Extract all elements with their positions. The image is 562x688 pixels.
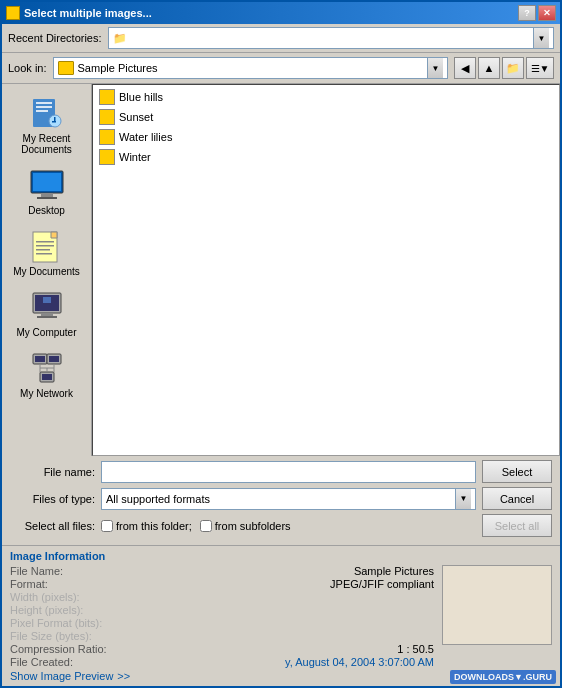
folder-icon-recent: 📁 (113, 32, 127, 45)
file-name-bluehills: Blue hills (119, 91, 163, 103)
select-all-button[interactable]: Select all (482, 514, 552, 537)
sidebar-computer-label: My Computer (16, 327, 76, 338)
svg-rect-25 (49, 356, 59, 362)
svg-rect-13 (36, 241, 54, 243)
from-folder-group: from this folder; (101, 520, 192, 532)
info-row-filename: File Name: Sample Pictures (10, 565, 434, 577)
filetype-dropdown[interactable]: All supported formats ▼ (101, 488, 476, 510)
file-item-sunset[interactable]: Sunset (95, 107, 557, 127)
info-val-compression: 1 : 50.5 (144, 643, 434, 655)
file-name-waterlilies: Water lilies (119, 131, 172, 143)
new-folder-button[interactable]: 📁 (502, 57, 524, 79)
up-button[interactable]: ▲ (478, 57, 500, 79)
info-key-compression: Compression Ratio: (10, 643, 140, 655)
nav-buttons: ◀ ▲ 📁 ☰▼ (454, 57, 554, 79)
info-key-height: Height (pixels): (10, 604, 140, 616)
recent-dirs-label: Recent Directories: (8, 32, 102, 44)
show-preview-arrow: >> (117, 670, 130, 682)
sidebar-item-recent[interactable]: My Recent Documents (6, 90, 88, 160)
recent-documents-icon (29, 95, 65, 131)
svg-rect-14 (36, 245, 54, 247)
svg-rect-16 (36, 253, 52, 255)
file-item-winter[interactable]: Winter (95, 147, 557, 167)
back-button[interactable]: ◀ (454, 57, 476, 79)
info-row-width: Width (pixels): (10, 591, 434, 603)
svg-marker-12 (51, 232, 57, 238)
look-in-dropdown[interactable]: Sample Pictures ▼ (53, 57, 448, 79)
filename-input[interactable] (101, 461, 476, 483)
file-icon-bluehills (99, 89, 115, 105)
from-folder-checkbox[interactable] (101, 520, 113, 532)
svg-rect-15 (36, 249, 50, 251)
svg-rect-8 (33, 173, 61, 191)
sidebar-documents-label: My Documents (13, 266, 80, 277)
close-button[interactable]: ✕ (538, 5, 556, 21)
info-key-filesize: File Size (bytes): (10, 630, 140, 642)
cancel-button[interactable]: Cancel (482, 487, 552, 510)
svg-rect-9 (41, 193, 53, 197)
filetype-arrow[interactable]: ▼ (455, 489, 471, 509)
recent-dirs-dropdown[interactable]: 📁 ▼ (108, 27, 554, 49)
file-icon-winter (99, 149, 115, 165)
filename-row: File name: Select (10, 460, 552, 483)
help-button[interactable]: ? (518, 5, 536, 21)
title-buttons: ? ✕ (518, 5, 556, 21)
file-item-waterlilies[interactable]: Water lilies (95, 127, 557, 147)
watermark-badge: DOWNLOADS▼.GURU (450, 670, 556, 684)
file-name-winter: Winter (119, 151, 151, 163)
window-icon (6, 6, 20, 20)
watermark: DOWNLOADS▼.GURU (450, 670, 556, 682)
svg-rect-1 (36, 102, 52, 104)
info-key-format: Format: (10, 578, 140, 590)
recent-dirs-arrow[interactable]: ▼ (533, 28, 549, 48)
look-in-folder-icon (58, 61, 74, 75)
sidebar-recent-label: My Recent Documents (9, 133, 85, 155)
my-network-icon (29, 350, 65, 386)
info-row-height: Height (pixels): (10, 604, 434, 616)
view-button[interactable]: ☰▼ (526, 57, 554, 79)
my-documents-icon (29, 228, 65, 264)
from-folder-label: from this folder; (116, 520, 192, 532)
info-val-filename: Sample Pictures (144, 565, 434, 577)
sidebar-item-computer[interactable]: My Computer (6, 284, 88, 343)
info-key-width: Width (pixels): (10, 591, 140, 603)
look-in-arrow[interactable]: ▼ (427, 58, 443, 78)
filetype-value: All supported formats (106, 493, 210, 505)
sidebar-item-desktop[interactable]: Desktop (6, 162, 88, 221)
selectall-options: from this folder; from subfolders (101, 520, 476, 532)
from-subfolders-checkbox[interactable] (200, 520, 212, 532)
bottom-controls: File name: Select Files of type: All sup… (2, 456, 560, 545)
sidebar-item-documents[interactable]: My Documents (6, 223, 88, 282)
file-list[interactable]: Blue hills Sunset Water lilies Winter (92, 84, 560, 456)
file-item-bluehills[interactable]: Blue hills (95, 87, 557, 107)
info-preview-row: File Name: Sample Pictures Format: JPEG/… (10, 565, 552, 682)
file-area: My Recent Documents Desktop (2, 83, 560, 456)
from-subfolders-label: from subfolders (215, 520, 291, 532)
show-preview-button[interactable]: Show Image Preview >> (10, 670, 434, 682)
svg-rect-19 (41, 313, 53, 316)
show-preview-label: Show Image Preview (10, 670, 113, 682)
look-in-label: Look in: (8, 62, 47, 74)
image-info-section: Image Information File Name: Sample Pict… (2, 545, 560, 686)
selectall-row: Select all files: from this folder; from… (10, 514, 552, 537)
sidebar-item-network[interactable]: My Network (6, 345, 88, 404)
file-icon-sunset (99, 109, 115, 125)
look-in-bar: Look in: Sample Pictures ▼ ◀ ▲ 📁 ☰▼ (2, 53, 560, 83)
window-title: Select multiple images... (24, 7, 152, 19)
desktop-icon (29, 167, 65, 203)
svg-rect-27 (42, 374, 52, 380)
sidebar-network-label: My Network (20, 388, 73, 399)
filetype-row: Files of type: All supported formats ▼ C… (10, 487, 552, 510)
svg-rect-2 (36, 106, 52, 108)
info-key-filename: File Name: (10, 565, 140, 577)
info-title: Image Information (10, 550, 552, 562)
file-icon-waterlilies (99, 129, 115, 145)
info-key-pixelformat: Pixel Format (bits): (10, 617, 140, 629)
title-bar: Select multiple images... ? ✕ (2, 2, 560, 24)
recent-dirs-bar: Recent Directories: 📁 ▼ (2, 24, 560, 53)
filetype-label: Files of type: (10, 493, 95, 505)
select-button[interactable]: Select (482, 460, 552, 483)
svg-rect-20 (37, 316, 57, 318)
info-val-height (144, 604, 434, 616)
main-window: Select multiple images... ? ✕ Recent Dir… (0, 0, 562, 688)
